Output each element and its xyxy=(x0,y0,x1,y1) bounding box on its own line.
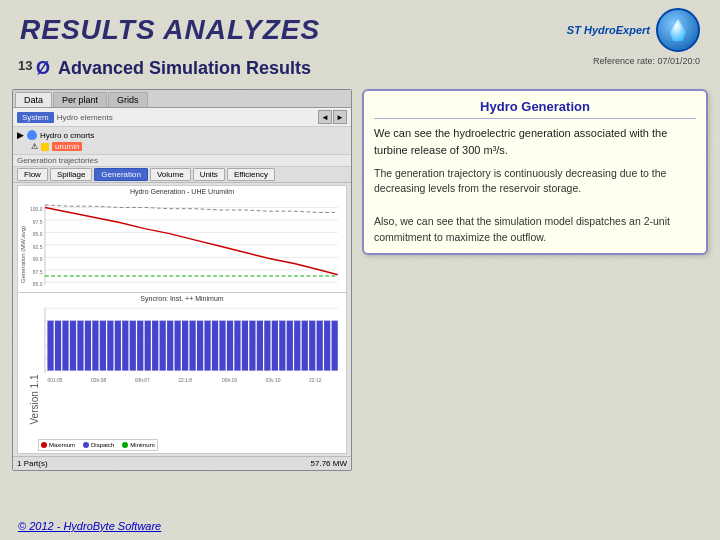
svg-rect-52 xyxy=(272,321,278,371)
bullet-icon: Ø xyxy=(36,58,50,79)
version-label: Version 1.1 xyxy=(29,375,40,425)
svg-rect-42 xyxy=(197,321,203,371)
nav-next[interactable]: ► xyxy=(333,110,347,124)
line-chart-svg: 100.0 97.5 95.0 92.5 90.0 87.5 85.0 xyxy=(20,195,344,288)
svg-rect-44 xyxy=(212,321,218,371)
svg-rect-31 xyxy=(115,321,121,371)
svg-text:92.5: 92.5 xyxy=(33,244,43,250)
generation-label: Generation trajectories xyxy=(13,154,351,167)
efficiency-btn[interactable]: Efficiency xyxy=(227,168,275,181)
tab-grids[interactable]: Grids xyxy=(108,92,148,107)
parts-label: 1 Part(s) xyxy=(17,459,48,468)
svg-rect-50 xyxy=(257,321,263,371)
legend-maximum: Maximum xyxy=(41,442,75,448)
y-axis-label: Generation (MW.avg) xyxy=(20,226,26,283)
info-paragraph-1: We can see the hydroelectric generation … xyxy=(374,125,696,158)
svg-rect-45 xyxy=(219,321,225,371)
svg-rect-51 xyxy=(264,321,270,371)
logo-icon xyxy=(656,8,700,52)
svg-text:95.0: 95.0 xyxy=(33,231,43,237)
legend-label-dispatch: Dispatch xyxy=(91,442,114,448)
subtitle-text: Advanced Simulation Results xyxy=(58,58,311,79)
svg-rect-40 xyxy=(182,321,188,371)
svg-text:03v:10: 03v:10 xyxy=(265,377,280,383)
svg-text:02h:08: 02h:08 xyxy=(91,377,106,383)
svg-rect-26 xyxy=(77,321,83,371)
svg-text:100.0: 100.0 xyxy=(30,206,43,212)
spillage-btn[interactable]: Spillage xyxy=(50,168,92,181)
svg-rect-56 xyxy=(302,321,308,371)
legend-label-max: Maximum xyxy=(49,442,75,448)
ref-rate: Reference rate: 07/01/20:0 xyxy=(593,56,700,66)
tree-label-1: Hydro o cmorts xyxy=(40,131,94,140)
lower-chart: Syncron: Inst. ++ Minimum xyxy=(18,293,346,387)
legend-dot-dispatch xyxy=(83,442,89,448)
info-box: Hydro Generation We can see the hydroele… xyxy=(362,89,708,255)
content-area: Data Per plant Grids System Hydro elemen… xyxy=(0,85,720,475)
tab-data[interactable]: Data xyxy=(15,92,52,107)
sw-window: Data Per plant Grids System Hydro elemen… xyxy=(13,90,351,470)
svg-rect-54 xyxy=(287,321,293,371)
svg-rect-22 xyxy=(47,321,53,371)
svg-rect-35 xyxy=(145,321,151,371)
footer: © 2012 - HydroByte Software xyxy=(18,520,702,532)
svg-rect-59 xyxy=(324,321,330,371)
svg-rect-48 xyxy=(242,321,248,371)
units-btn[interactable]: Units xyxy=(193,168,225,181)
svg-rect-55 xyxy=(294,321,300,371)
svg-text:85.0: 85.0 xyxy=(33,281,43,287)
chart-title: Hydro Generation - UHE Urumiim xyxy=(20,188,344,195)
svg-text:001:05: 001:05 xyxy=(47,377,62,383)
legend-dispatch: Dispatch xyxy=(83,442,114,448)
svg-rect-38 xyxy=(167,321,173,371)
info-paragraph-3: Also, we can see that the simulation mod… xyxy=(374,214,696,244)
svg-rect-47 xyxy=(234,321,240,371)
tree-label-2: urumin xyxy=(52,142,82,151)
svg-text:22:1:8: 22:1:8 xyxy=(178,377,192,383)
sw-status-bar: 1 Part(s) 57.76 MW xyxy=(13,456,351,470)
page-container: RESULTS ANALYZES ST HydroExpert 13 Ø Adv… xyxy=(0,0,720,540)
svg-rect-39 xyxy=(175,321,181,371)
svg-rect-34 xyxy=(137,321,143,371)
legend-label-min: Minimum xyxy=(130,442,154,448)
generation-btn[interactable]: Generation xyxy=(94,168,148,181)
svg-rect-29 xyxy=(100,321,106,371)
svg-rect-23 xyxy=(55,321,61,371)
page-title: RESULTS ANALYZES xyxy=(20,14,320,46)
tab-perplant[interactable]: Per plant xyxy=(53,92,107,107)
chart-legend: Maximum Dispatch Minimum xyxy=(38,439,158,451)
svg-text:00h:19: 00h:19 xyxy=(222,377,237,383)
tree-item-1[interactable]: ▶ Hydro o cmorts xyxy=(17,129,347,141)
footer-link[interactable]: © 2012 - HydroByte Software xyxy=(18,520,161,532)
flow-btn[interactable]: Flow xyxy=(17,168,48,181)
hydro-elements-label: Hydro elements xyxy=(57,113,113,122)
lower-chart-title: Syncron: Inst. ++ Minimum xyxy=(20,295,344,302)
header: RESULTS ANALYZES ST HydroExpert xyxy=(0,0,720,56)
svg-rect-28 xyxy=(92,321,98,371)
software-screenshot: Data Per plant Grids System Hydro elemen… xyxy=(12,89,352,471)
svg-rect-27 xyxy=(85,321,91,371)
svg-rect-41 xyxy=(189,321,195,371)
svg-rect-33 xyxy=(130,321,136,371)
volume-btn[interactable]: Volume xyxy=(150,168,191,181)
info-panel: Hydro Generation We can see the hydroele… xyxy=(362,89,708,471)
sw-tree: ▶ Hydro o cmorts ⚠ urumin xyxy=(13,127,351,154)
chart-area: Hydro Generation - UHE Urumiim 100.0 xyxy=(17,185,347,454)
sw-toolbar: Flow Spillage Generation Volume Units Ef… xyxy=(13,167,351,183)
warning-icon xyxy=(41,143,49,151)
svg-rect-24 xyxy=(62,321,68,371)
svg-text:22:12: 22:12 xyxy=(309,377,322,383)
svg-rect-37 xyxy=(160,321,166,371)
svg-rect-36 xyxy=(152,321,158,371)
nav-prev[interactable]: ◄ xyxy=(318,110,332,124)
water-drop-icon xyxy=(670,19,686,41)
brand-label: ST HydroExpert xyxy=(567,24,650,36)
tree-item-2[interactable]: ⚠ urumin xyxy=(17,141,347,152)
svg-text:87.5: 87.5 xyxy=(33,269,43,275)
system-button[interactable]: System xyxy=(17,112,54,123)
legend-dot-max xyxy=(41,442,47,448)
logo-area: ST HydroExpert xyxy=(567,8,700,52)
svg-rect-30 xyxy=(107,321,113,371)
svg-rect-32 xyxy=(122,321,128,371)
svg-text:00h:07: 00h:07 xyxy=(135,377,150,383)
